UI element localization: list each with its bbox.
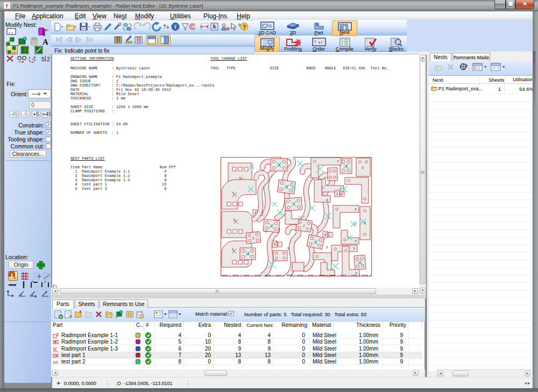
svg-text:3: 3 xyxy=(339,187,342,191)
svg-text:1: 1 xyxy=(233,218,235,222)
svg-text:?: ? xyxy=(243,24,246,30)
svg-text:1: 1 xyxy=(239,176,241,180)
svg-text:4: 4 xyxy=(336,193,338,196)
svg-text:3: 3 xyxy=(326,198,328,202)
svg-text:3: 3 xyxy=(362,166,364,170)
svg-text:i: i xyxy=(175,24,176,30)
svg-text:k: k xyxy=(213,24,216,30)
svg-text:2: 2 xyxy=(47,56,50,62)
svg-text:3: 3 xyxy=(355,239,357,243)
svg-text:5: 5 xyxy=(326,246,328,250)
svg-text:3: 3 xyxy=(353,247,355,251)
svg-text:3: 3 xyxy=(355,272,357,275)
svg-text:3: 3 xyxy=(355,208,357,211)
svg-text:3: 3 xyxy=(337,160,339,163)
svg-text:5: 5 xyxy=(41,56,45,62)
svg-text:+: + xyxy=(318,40,321,45)
svg-text:1: 1 xyxy=(232,248,233,251)
svg-text:2: 2 xyxy=(247,252,250,256)
svg-text:2: 2 xyxy=(279,163,281,167)
svg-text:2: 2 xyxy=(345,165,348,168)
svg-text:5: 5 xyxy=(287,247,289,251)
svg-text:4: 4 xyxy=(324,234,326,237)
svg-text:1: 1 xyxy=(232,191,234,195)
svg-text:4: 4 xyxy=(274,244,275,247)
